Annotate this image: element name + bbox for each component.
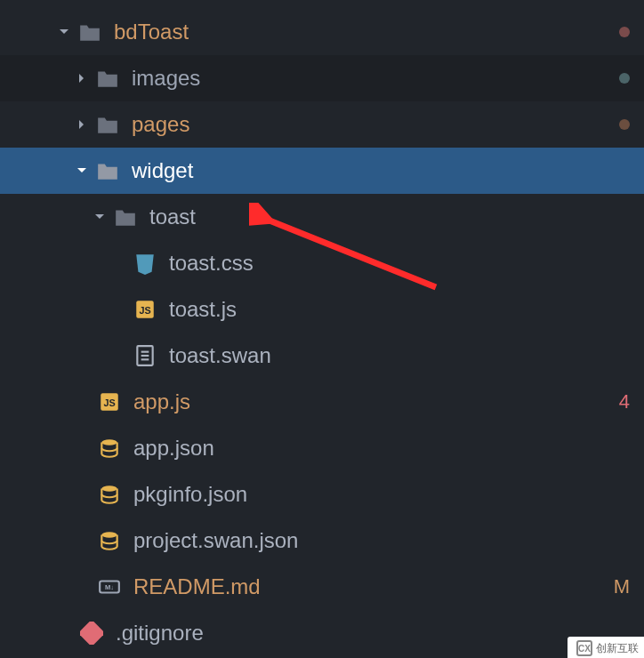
tree-file-app-js[interactable]: app.js 4: [0, 379, 644, 425]
watermark-logo-icon: CX: [576, 640, 592, 656]
tree-folder-bdtoast[interactable]: bdToast: [0, 9, 644, 55]
folder-open-icon: [114, 205, 137, 229]
tree-file-project-swan-json[interactable]: project.swan.json: [0, 518, 644, 564]
status-dot: [619, 27, 630, 37]
tree-item-label: README.md: [133, 574, 607, 599]
watermark-text: 创新互联: [596, 641, 639, 656]
tree-file-toast-js[interactable]: toast.js: [0, 286, 644, 333]
tree-item-label: widget: [132, 158, 630, 183]
status-dot: [619, 119, 630, 130]
json-file-icon: [98, 437, 121, 460]
tree-item-label: app.js: [133, 389, 612, 414]
json-file-icon: [98, 483, 121, 506]
folder-open-icon: [96, 159, 119, 182]
folder-icon: [96, 113, 119, 136]
tree-item-label: app.json: [133, 436, 630, 461]
chevron-down-icon: [93, 210, 107, 224]
folder-open-icon: [78, 20, 101, 44]
json-file-icon: [98, 529, 121, 552]
tree-file-app-json[interactable]: app.json: [0, 425, 644, 471]
css-file-icon: [133, 252, 157, 275]
tree-folder-toast[interactable]: toast: [0, 194, 644, 240]
tree-item-label: toast.css: [169, 251, 630, 276]
tree-item-label: toast.js: [169, 297, 630, 322]
js-file-icon: [133, 298, 157, 321]
git-modified-badge: M: [614, 575, 630, 598]
tree-item-label: .gitignore: [116, 621, 630, 646]
js-file-icon: [98, 390, 121, 413]
tree-item-label: toast.swan: [169, 343, 630, 368]
chevron-down-icon: [57, 25, 71, 39]
git-file-icon: [80, 622, 103, 645]
tree-folder-widget[interactable]: widget: [0, 148, 644, 194]
chevron-down-icon: [75, 164, 89, 178]
file-tree: bdToast images pages widget toast toast.…: [0, 0, 644, 656]
tree-item-label: images: [132, 66, 612, 91]
chevron-right-icon: [75, 117, 89, 132]
tree-folder-pages[interactable]: pages: [0, 101, 644, 148]
watermark: CX 创新互联: [568, 637, 644, 658]
tree-item-label: pages: [132, 112, 612, 137]
tree-item-label: bdToast: [114, 20, 612, 44]
git-changes-badge: 4: [619, 390, 630, 413]
tree-item-label: toast: [149, 205, 630, 229]
chevron-right-icon: [75, 71, 89, 85]
tree-file-pkginfo-json[interactable]: pkginfo.json: [0, 471, 644, 518]
swan-file-icon: [133, 344, 157, 367]
tree-item-label: project.swan.json: [133, 528, 630, 553]
tree-file-gitignore[interactable]: .gitignore: [0, 610, 644, 656]
markdown-file-icon: [98, 575, 121, 598]
folder-icon: [96, 67, 119, 90]
tree-file-toast-css[interactable]: toast.css: [0, 240, 644, 286]
tree-item-label: pkginfo.json: [133, 482, 630, 507]
status-dot: [619, 73, 630, 84]
tree-folder-images[interactable]: images: [0, 55, 644, 101]
tree-file-toast-swan[interactable]: toast.swan: [0, 333, 644, 379]
tree-file-readme-md[interactable]: README.md M: [0, 564, 644, 610]
